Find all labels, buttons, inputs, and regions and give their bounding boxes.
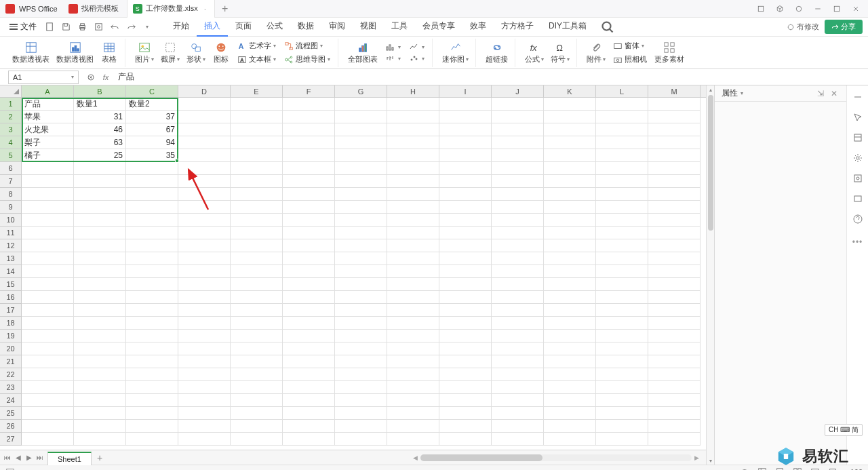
cell[interactable] [492,175,544,188]
cell[interactable] [22,278,74,291]
cell[interactable] [231,98,283,111]
cell[interactable] [492,381,544,394]
cell[interactable] [492,149,544,162]
cell[interactable] [335,291,387,304]
cell[interactable] [596,355,648,368]
cell[interactable] [439,304,492,317]
window-close-icon[interactable] [848,1,864,16]
cell[interactable] [648,201,701,214]
cell[interactable] [126,394,178,407]
cell[interactable] [439,111,492,123]
cell[interactable] [126,342,178,355]
cell[interactable] [544,342,596,355]
cell[interactable] [74,278,126,291]
cell[interactable] [335,175,387,188]
cell[interactable] [492,214,544,227]
cell[interactable] [492,342,544,355]
zoom-fit-icon[interactable] [826,466,840,470]
cell[interactable] [544,291,596,304]
menu-tab-insert[interactable]: 插入 [197,17,228,37]
cell[interactable] [544,227,596,239]
cell[interactable] [283,239,335,252]
cell[interactable] [648,239,701,252]
cell[interactable] [335,317,387,330]
cell[interactable] [74,214,126,227]
cell[interactable] [335,188,387,201]
cell[interactable] [596,317,648,330]
cell[interactable] [178,265,231,278]
cell[interactable] [22,368,74,381]
cell[interactable] [387,252,439,265]
cell[interactable] [283,98,335,111]
cell[interactable] [439,420,492,433]
cell[interactable] [439,214,492,227]
window-minimize-icon[interactable] [810,1,826,16]
cell[interactable] [126,355,178,368]
cell[interactable] [126,368,178,381]
cell[interactable] [648,188,701,201]
cell[interactable] [283,317,335,330]
cell[interactable] [439,201,492,214]
cell[interactable] [648,265,701,278]
cell[interactable] [596,123,648,136]
cell[interactable] [22,252,74,265]
menu-tab-review[interactable]: 审阅 [321,17,353,37]
cell[interactable] [387,188,439,201]
cell[interactable] [335,149,387,162]
row-header[interactable]: 21 [0,355,21,368]
cell[interactable] [648,304,701,317]
cell[interactable] [648,252,701,265]
cell[interactable] [544,278,596,291]
qat-more-icon[interactable]: ▾ [140,20,155,35]
row-header[interactable]: 22 [0,368,21,381]
row-header[interactable]: 19 [0,330,21,342]
cell[interactable] [596,239,648,252]
cell[interactable] [283,188,335,201]
cell[interactable] [231,201,283,214]
cell[interactable] [544,111,596,123]
cell[interactable] [596,175,648,188]
row-header[interactable]: 2 [0,111,21,123]
cell[interactable]: 数量1 [74,98,126,111]
cell[interactable] [648,394,701,407]
cell[interactable] [283,381,335,394]
menu-tab-vip[interactable]: 会员专享 [415,17,462,37]
cell[interactable] [335,214,387,227]
cell[interactable] [439,98,492,111]
menu-tab-efficiency[interactable]: 效率 [462,17,494,37]
cell[interactable] [126,420,178,433]
cell[interactable] [178,381,231,394]
cell[interactable] [596,201,648,214]
col-header-A[interactable]: A [22,85,74,97]
row-header[interactable]: 24 [0,394,21,407]
cell[interactable] [596,330,648,342]
cell[interactable] [387,394,439,407]
cell[interactable] [178,368,231,381]
cell[interactable] [596,227,648,239]
cell[interactable] [178,227,231,239]
cell[interactable] [335,394,387,407]
cell[interactable] [387,420,439,433]
cell[interactable]: 67 [126,123,178,136]
cell[interactable] [335,407,387,420]
row-header[interactable]: 18 [0,317,21,330]
cell[interactable] [178,342,231,355]
cell[interactable] [439,394,492,407]
cell[interactable] [544,162,596,175]
cell[interactable]: 火龙果 [22,123,74,136]
cell[interactable] [596,407,648,420]
cell[interactable] [283,368,335,381]
cell[interactable] [74,239,126,252]
cell[interactable] [648,98,701,111]
modify-status[interactable]: 有修改 [787,22,819,32]
cell[interactable] [74,433,126,446]
cell[interactable] [231,265,283,278]
cell[interactable] [648,278,701,291]
cell[interactable] [544,355,596,368]
cell[interactable] [596,291,648,304]
cell[interactable] [283,420,335,433]
menu-tab-view[interactable]: 视图 [353,17,384,37]
row-header[interactable]: 4 [0,136,21,149]
right-tool-select-icon[interactable] [850,110,865,125]
cell[interactable] [335,304,387,317]
